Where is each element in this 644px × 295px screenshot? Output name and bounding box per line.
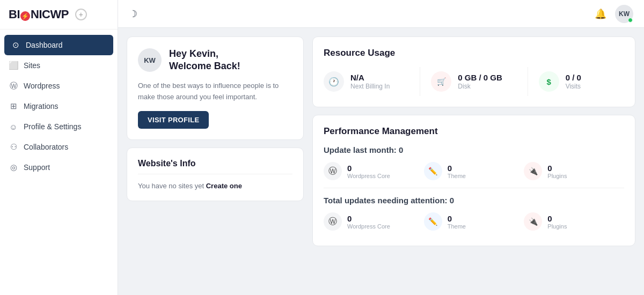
att-wp-core-label: Wordpress Core (347, 223, 390, 230)
disk-icon-circle: 🛒 (431, 71, 451, 92)
wordpress-nav-icon: Ⓦ (9, 81, 18, 91)
logo-bolt-icon: ⚡ (20, 11, 30, 21)
wp-core-icon-circle: Ⓦ (324, 162, 342, 180)
sidebar-item-collaborators[interactable]: ⚇Collaborators (0, 137, 118, 157)
welcome-header: KW Hey Kevin, Welcome Back! (138, 48, 292, 73)
resource-usage-title: Resource Usage (324, 48, 624, 58)
left-column: KW Hey Kevin, Welcome Back! One of the b… (127, 36, 304, 286)
theme-label: Theme (448, 173, 466, 179)
sidebar-item-profile-settings[interactable]: ☺Profile & Settings (0, 116, 118, 137)
welcome-card: KW Hey Kevin, Welcome Back! One of the b… (127, 36, 304, 140)
dashboard-nav-icon: ⊙ (11, 40, 20, 50)
att-wp-core-icon-circle: Ⓦ (324, 212, 342, 231)
welcome-title-block: Hey Kevin, Welcome Back! (169, 48, 240, 73)
avatar-initials: KW (619, 10, 630, 18)
theme-info: 0 Theme (448, 164, 466, 179)
wp-core-label: Wordpress Core (347, 173, 390, 179)
attention-plugins: 🔌 0 Plugins (524, 212, 624, 231)
wp-core-info: 0 Wordpress Core (347, 164, 390, 179)
last-month-title: Update last month: 0 (324, 145, 624, 154)
plugin-icon-circle: 🔌 (524, 162, 542, 180)
visits-label: Visits (566, 83, 581, 90)
resource-visits: $ 0 / 0 Visits (539, 67, 624, 96)
no-sites-message: You have no sites yet Create one (138, 182, 292, 190)
cart-icon: 🛒 (437, 77, 446, 86)
att-theme-label: Theme (448, 223, 466, 230)
perf-divider (324, 188, 624, 188)
disk-label: Disk (458, 83, 502, 90)
nav-menu: ⊙Dashboard⬜SitesⓌWordpress⊞Migrations☺Pr… (0, 30, 118, 295)
notifications-bell-icon[interactable]: 🔔 (595, 8, 606, 20)
performance-management-card: Performance Management Update last month… (312, 115, 635, 246)
dollar-icon: $ (546, 77, 551, 86)
resource-disk: 🛒 0 GB / 0 GB Disk (431, 67, 528, 96)
profile-settings-nav-icon: ☺ (9, 122, 18, 131)
welcome-avatar: KW (138, 48, 162, 72)
add-logo-button[interactable]: + (75, 9, 87, 20)
wordpress-icon: Ⓦ (328, 166, 337, 177)
content-area: KW Hey Kevin, Welcome Back! One of the b… (118, 28, 644, 295)
billing-value: N/A (350, 73, 390, 82)
topbar: ☽ 🔔 KW (118, 0, 644, 28)
resource-usage-card: Resource Usage 🕐 N/A Next Billing In (312, 36, 635, 107)
plugins-info: 0 Plugins (547, 164, 567, 179)
visits-info: 0 / 0 Visits (566, 73, 581, 90)
billing-info: N/A Next Billing In (350, 73, 390, 90)
att-plugins-count: 0 (547, 214, 567, 223)
att-plugin-icon: 🔌 (529, 217, 538, 226)
resource-billing: 🕐 N/A Next Billing In (324, 67, 420, 96)
att-wordpress-icon: Ⓦ (328, 216, 337, 227)
welcome-greeting: Hey Kevin, Welcome Back! (169, 48, 240, 73)
last-month-plugins: 🔌 0 Plugins (524, 162, 624, 180)
wp-core-count: 0 (347, 164, 390, 173)
att-paintbrush-icon: ✏️ (428, 217, 437, 226)
theme-icon-circle: ✏️ (424, 162, 442, 180)
migrations-nav-icon: ⊞ (9, 101, 18, 111)
website-info-card: Website's Info You have no sites yet Cre… (127, 148, 304, 201)
logo-area: BI⚡NICWP + (0, 0, 118, 30)
profile-settings-nav-label: Profile & Settings (24, 122, 81, 131)
visit-profile-button[interactable]: VISIT PROFILE (138, 111, 209, 129)
wordpress-nav-label: Wordpress (24, 82, 60, 90)
attention-theme: ✏️ 0 Theme (424, 212, 524, 231)
welcome-quote: One of the best ways to influence people… (138, 80, 292, 103)
plugins-label: Plugins (547, 173, 567, 179)
logo-text: BI⚡NICWP (9, 8, 69, 21)
sidebar-item-migrations[interactable]: ⊞Migrations (0, 96, 118, 116)
topbar-right: 🔔 KW (595, 5, 633, 23)
last-month-theme: ✏️ 0 Theme (424, 162, 524, 180)
sidebar-item-dashboard[interactable]: ⊙Dashboard (4, 35, 113, 55)
att-plugins-label: Plugins (547, 223, 567, 230)
clock-icon: 🕐 (328, 77, 339, 87)
sidebar: BI⚡NICWP + ⊙Dashboard⬜SitesⓌWordpress⊞Mi… (0, 0, 118, 295)
online-status-dot (628, 18, 633, 23)
att-theme-info: 0 Theme (448, 214, 466, 230)
att-wp-core-info: 0 Wordpress Core (347, 214, 390, 230)
attention-row: Ⓦ 0 Wordpress Core ✏️ 0 Theme (324, 212, 624, 231)
plugins-count: 0 (547, 164, 567, 173)
billing-icon-circle: 🕐 (324, 71, 344, 92)
sidebar-item-support[interactable]: ◎Support (0, 157, 118, 178)
sidebar-item-sites[interactable]: ⬜Sites (0, 55, 118, 76)
support-nav-label: Support (24, 163, 50, 172)
website-info-title: Website's Info (138, 159, 292, 174)
create-site-link[interactable]: Create one (206, 182, 242, 190)
dashboard-nav-label: Dashboard (26, 41, 63, 49)
theme-count: 0 (448, 164, 466, 173)
user-avatar[interactable]: KW (615, 5, 633, 23)
migrations-nav-label: Migrations (24, 102, 58, 110)
sidebar-item-wordpress[interactable]: ⓌWordpress (0, 76, 118, 96)
collaborators-nav-label: Collaborators (24, 143, 68, 151)
dark-mode-icon[interactable]: ☽ (129, 8, 137, 20)
billing-label: Next Billing In (350, 83, 390, 90)
attention-title: Total updates needing attention: 0 (324, 196, 624, 205)
last-month-wp-core: Ⓦ 0 Wordpress Core (324, 162, 424, 180)
last-month-row: Ⓦ 0 Wordpress Core ✏️ 0 Theme (324, 162, 624, 180)
disk-value: 0 GB / 0 GB (458, 73, 502, 82)
plugin-icon: 🔌 (529, 167, 538, 175)
att-wp-core-count: 0 (347, 214, 390, 223)
att-theme-count: 0 (448, 214, 466, 223)
main-area: ☽ 🔔 KW KW Hey Kevin, (118, 0, 644, 295)
att-plugins-info: 0 Plugins (547, 214, 567, 230)
visits-value: 0 / 0 (566, 73, 581, 82)
